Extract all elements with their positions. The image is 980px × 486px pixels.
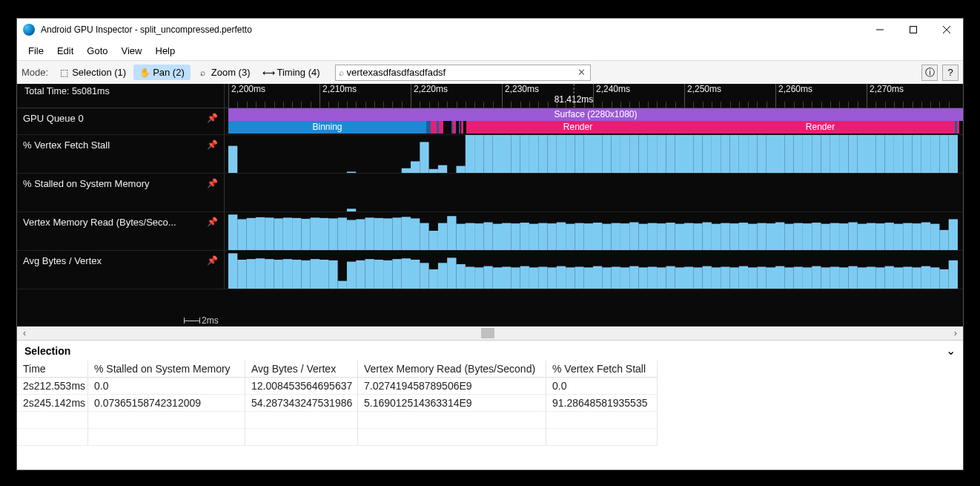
scroll-left-icon[interactable]: ‹ xyxy=(21,328,27,338)
svg-rect-79 xyxy=(913,135,921,173)
search-box[interactable]: ⌕ ✕ xyxy=(335,65,591,81)
pin-icon[interactable]: 📌 xyxy=(207,217,218,227)
svg-rect-64 xyxy=(775,135,784,173)
svg-rect-201 xyxy=(566,224,575,250)
time-marker[interactable]: 81.412ms xyxy=(554,94,594,105)
svg-rect-322 xyxy=(939,269,948,289)
svg-rect-210 xyxy=(648,223,657,250)
track-body-gpu-queue[interactable]: Surface (2280x1080)BinningRenderRender xyxy=(225,108,963,134)
search-input[interactable] xyxy=(347,67,576,78)
menu-goto[interactable]: Goto xyxy=(80,43,114,59)
gpu-segment[interactable]: Binning xyxy=(228,121,426,134)
svg-rect-314 xyxy=(867,267,875,289)
track-body-vmr[interactable] xyxy=(225,212,963,250)
svg-rect-280 xyxy=(557,266,566,289)
scroll-right-icon[interactable]: › xyxy=(953,328,959,338)
selection-title: Selection xyxy=(24,345,70,357)
tool-timing-label: Timing (4) xyxy=(277,67,320,78)
horizontal-scrollbar[interactable]: ‹ › xyxy=(17,326,963,340)
svg-rect-247 xyxy=(256,258,265,289)
tool-pan[interactable]: ✋Pan (2) xyxy=(133,65,191,80)
gpu-segment[interactable] xyxy=(459,121,460,134)
table-cell: 91.28648581935535 xyxy=(546,395,658,412)
column-header[interactable]: Time xyxy=(17,361,88,378)
track-body-vertex-fetch[interactable] xyxy=(225,135,963,173)
svg-rect-173 xyxy=(311,217,320,250)
info-button[interactable]: ⓘ xyxy=(921,65,938,81)
svg-rect-223 xyxy=(767,223,775,250)
svg-rect-209 xyxy=(639,224,648,250)
svg-rect-182 xyxy=(392,217,401,250)
svg-rect-307 xyxy=(803,267,812,289)
pin-icon[interactable]: 📌 xyxy=(207,255,218,266)
svg-rect-275 xyxy=(511,267,520,289)
svg-rect-166 xyxy=(247,218,256,250)
gpu-segment[interactable] xyxy=(957,121,959,134)
column-header[interactable]: Vertex Memory Read (Bytes/Second) xyxy=(358,361,546,378)
gpu-segment[interactable] xyxy=(439,121,443,134)
clear-search-icon[interactable]: ✕ xyxy=(576,67,587,78)
svg-rect-215 xyxy=(693,223,702,250)
chevron-down-icon[interactable]: ⌄ xyxy=(946,344,956,358)
close-button[interactable] xyxy=(930,19,963,41)
table-cell: 0.07365158742312009 xyxy=(88,395,245,412)
svg-rect-203 xyxy=(584,223,593,250)
svg-rect-172 xyxy=(301,219,310,250)
gpu-segment[interactable] xyxy=(453,121,456,134)
svg-rect-211 xyxy=(657,223,666,250)
svg-rect-294 xyxy=(684,267,693,289)
menu-edit[interactable]: Edit xyxy=(50,43,80,59)
pin-icon[interactable]: 📌 xyxy=(207,178,218,188)
track-body-avg-bytes[interactable] xyxy=(225,251,963,289)
table-row xyxy=(17,412,963,429)
menu-view[interactable]: View xyxy=(115,43,149,59)
column-header[interactable]: % Stalled on System Memory xyxy=(88,361,245,378)
svg-rect-268 xyxy=(447,257,456,289)
tool-timing[interactable]: ⟷Timing (4) xyxy=(258,65,326,80)
svg-rect-248 xyxy=(265,259,274,289)
svg-rect-260 xyxy=(374,260,383,289)
svg-rect-202 xyxy=(575,223,583,250)
svg-rect-24 xyxy=(411,161,420,173)
svg-rect-33 xyxy=(493,135,502,173)
gpu-segment[interactable]: Render xyxy=(466,121,689,134)
gpu-segment[interactable] xyxy=(461,121,463,134)
table-cell: 0.0 xyxy=(88,378,245,395)
svg-rect-222 xyxy=(757,223,766,250)
minimize-button[interactable] xyxy=(863,19,896,41)
pin-icon[interactable]: 📌 xyxy=(207,113,218,123)
total-time-label: Total Time: 5s081ms xyxy=(24,86,110,96)
svg-rect-179 xyxy=(365,217,374,250)
svg-rect-323 xyxy=(949,260,958,289)
menu-help[interactable]: Help xyxy=(149,43,182,59)
svg-rect-43 xyxy=(584,135,593,173)
gpu-segment[interactable] xyxy=(431,121,437,134)
table-row[interactable]: 2s212.553ms0.012.0084535646956377.027419… xyxy=(17,378,963,395)
track-label-text: Vertex Memory Read (Bytes/Seco... xyxy=(23,217,176,228)
gpu-segment[interactable]: Render xyxy=(689,121,951,134)
svg-rect-316 xyxy=(885,266,894,289)
scroll-track[interactable] xyxy=(27,328,953,338)
pin-icon[interactable]: 📌 xyxy=(207,139,218,150)
svg-rect-218 xyxy=(721,223,729,250)
column-header[interactable]: % Vertex Fetch Stall xyxy=(546,361,658,378)
tool-zoom[interactable]: ⌕Zoom (3) xyxy=(192,65,256,80)
menu-file[interactable]: File xyxy=(21,43,50,59)
svg-rect-53 xyxy=(675,135,684,173)
svg-rect-250 xyxy=(283,259,292,289)
svg-rect-258 xyxy=(356,260,365,289)
surface-bar[interactable]: Surface (2280x1080) xyxy=(228,108,963,121)
scroll-thumb[interactable] xyxy=(481,328,494,338)
svg-rect-23 xyxy=(402,168,411,173)
maximize-button[interactable] xyxy=(896,19,930,41)
table-row[interactable]: 2s245.142ms0.0736515874231200954.2873432… xyxy=(17,395,963,412)
svg-rect-232 xyxy=(848,223,857,250)
help-button[interactable]: ? xyxy=(942,65,959,81)
track-body-stalled-mem[interactable] xyxy=(225,174,963,211)
svg-rect-253 xyxy=(311,259,320,289)
column-header[interactable]: Avg Bytes / Vertex xyxy=(245,361,358,378)
svg-rect-262 xyxy=(392,259,401,289)
time-ruler[interactable]: 2,200ms2,210ms2,220ms2,230ms2,240ms2,250… xyxy=(225,84,963,108)
timeline[interactable]: Total Time: 5s081ms 2ms 2,200ms2,210ms2,… xyxy=(17,84,963,326)
tool-selection[interactable]: ⬚Selection (1) xyxy=(53,65,132,80)
